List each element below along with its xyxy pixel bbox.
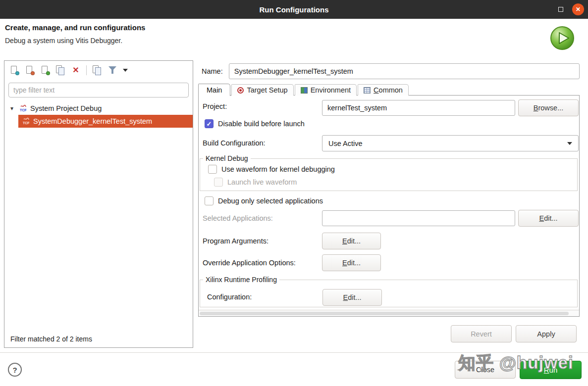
kernel-debug-group: Kernel Debug Use waveform for kernel deb… — [200, 158, 578, 191]
config-tabbar: Main Target Setup Environment Common — [198, 83, 580, 96]
launch-live-row: Launch live waveform — [214, 178, 297, 187]
filter-icon[interactable] — [107, 65, 117, 75]
selected-applications-input[interactable] — [322, 210, 515, 226]
expander-icon[interactable]: ▾ — [10, 105, 16, 112]
tcf-debug-icon: TCF — [22, 117, 30, 125]
tab-label: Common — [374, 86, 403, 94]
selected-applications-label: Selected Applications: — [203, 214, 273, 222]
close-button[interactable]: Close — [455, 361, 516, 379]
selected-applications-edit-button[interactable]: Edit... — [518, 210, 579, 227]
use-waveform-label: Use waveform for kernel debugging — [221, 165, 335, 173]
maximize-icon[interactable] — [558, 7, 563, 12]
tree-item-system-project-debug[interactable]: ▾ TCF System Project Debug — [4, 102, 193, 115]
toolbar-separator — [86, 65, 87, 75]
build-configuration-dropdown[interactable]: Use Active — [322, 135, 579, 151]
main-tab-content: Project: Browse... ✓ Disable build befor… — [198, 95, 580, 317]
dialog-header: Create, manage, and run configurations D… — [0, 19, 588, 58]
xilinx-runtime-profiling-group: Xilinx Runtime Profiling Configuration: … — [200, 280, 578, 307]
close-icon: ✕ — [576, 6, 581, 13]
delete-configuration-icon[interactable]: ✕ — [71, 65, 81, 75]
help-button[interactable]: ? — [8, 363, 22, 377]
window-close-button[interactable]: ✕ — [572, 3, 584, 15]
target-icon — [237, 87, 244, 94]
configurations-sidebar: ✕ ▾ TCF System Project Debug TCF SystemD… — [4, 60, 193, 348]
build-configuration-label: Build Configuration: — [203, 139, 266, 147]
dropdown-value: Use Active — [328, 140, 363, 147]
chevron-down-icon — [567, 142, 572, 145]
disable-build-checkbox[interactable]: ✓ — [205, 119, 214, 128]
run-button[interactable]: Run — [520, 361, 582, 379]
tab-main[interactable]: Main — [198, 84, 230, 96]
footer-separator — [0, 352, 588, 353]
window-titlebar: Run Configurations ✕ — [0, 0, 588, 19]
new-configuration-icon[interactable] — [9, 65, 19, 75]
tab-target-setup[interactable]: Target Setup — [231, 84, 293, 96]
page-subtitle: Debug a system using Vitis Debugger. — [5, 37, 122, 45]
tree-item-label: System Project Debug — [30, 104, 102, 112]
filter-input[interactable] — [8, 83, 189, 97]
filter-status-text: Filter matched 2 of 2 items — [10, 335, 92, 343]
tab-label: Environment — [311, 86, 351, 94]
environment-icon — [301, 87, 308, 94]
kernel-debug-group-title: Kernel Debug — [203, 154, 251, 162]
disable-build-row: ✓ Disable build before launch — [205, 119, 305, 128]
name-label: Name: — [202, 67, 223, 75]
override-options-edit-button[interactable]: Edit... — [322, 254, 381, 271]
profiling-group-title: Xilinx Runtime Profiling — [203, 276, 279, 284]
tab-label: Target Setup — [247, 86, 287, 94]
debug-only-row: Debug only selected applications — [205, 196, 323, 205]
common-icon — [364, 87, 371, 94]
browse-button[interactable]: Browse... — [518, 99, 579, 116]
tab-common[interactable]: Common — [358, 84, 409, 96]
svg-text:TCF: TCF — [23, 121, 30, 125]
override-application-options-label: Override Application Options: — [203, 259, 296, 267]
tree-item-wrap: TCF SystemDebugger_kernelTest_system — [4, 115, 193, 128]
apply-button[interactable]: Apply — [516, 325, 577, 342]
configurations-tree: ▾ TCF System Project Debug TCF SystemDeb… — [4, 102, 193, 128]
collapse-all-icon[interactable] — [92, 65, 102, 75]
project-input[interactable] — [322, 100, 515, 116]
scrollbar-thumb[interactable] — [200, 312, 569, 315]
configuration-detail-panel: Name: Main Target Setup Environment Comm… — [196, 60, 584, 348]
name-input[interactable] — [229, 63, 580, 79]
launch-live-checkbox — [214, 178, 223, 187]
play-icon — [550, 26, 575, 50]
project-label: Project: — [203, 102, 227, 110]
new-prototype-icon[interactable] — [25, 65, 35, 75]
profiling-configuration-edit-button[interactable]: Edit... — [322, 289, 382, 306]
sidebar-toolbar: ✕ — [4, 61, 193, 80]
launch-live-label: Launch live waveform — [227, 178, 297, 186]
debug-only-checkbox[interactable] — [205, 196, 214, 205]
tab-environment[interactable]: Environment — [295, 84, 357, 96]
debug-only-label: Debug only selected applications — [218, 197, 323, 205]
export-configuration-icon[interactable] — [40, 65, 50, 75]
tree-item-systemdebugger-selected[interactable]: TCF SystemDebugger_kernelTest_system — [18, 115, 193, 128]
tab-label: Main — [207, 86, 222, 94]
window-controls: ✕ — [558, 0, 584, 19]
duplicate-configuration-icon[interactable] — [55, 65, 65, 75]
tree-item-label: SystemDebugger_kernelTest_system — [33, 117, 152, 125]
revert-button[interactable]: Revert — [451, 325, 512, 342]
svg-text:TCF: TCF — [20, 108, 27, 112]
page-title: Create, manage, and run configurations — [5, 23, 145, 32]
tcf-debug-icon: TCF — [19, 104, 27, 112]
help-icon: ? — [12, 366, 17, 374]
disable-build-label: Disable build before launch — [218, 120, 305, 128]
run-banner-icon — [550, 26, 575, 50]
configuration-label: Configuration: — [207, 293, 252, 301]
program-arguments-edit-button[interactable]: Edit... — [322, 233, 381, 249]
use-waveform-checkbox[interactable] — [208, 165, 217, 174]
program-arguments-label: Program Arguments: — [203, 237, 268, 245]
check-icon: ✓ — [207, 120, 212, 128]
horizontal-scrollbar[interactable] — [199, 310, 579, 316]
window-title: Run Configurations — [260, 5, 329, 14]
view-menu-icon[interactable] — [123, 69, 128, 72]
use-waveform-row: Use waveform for kernel debugging — [208, 165, 335, 174]
name-row: Name: — [202, 63, 580, 79]
